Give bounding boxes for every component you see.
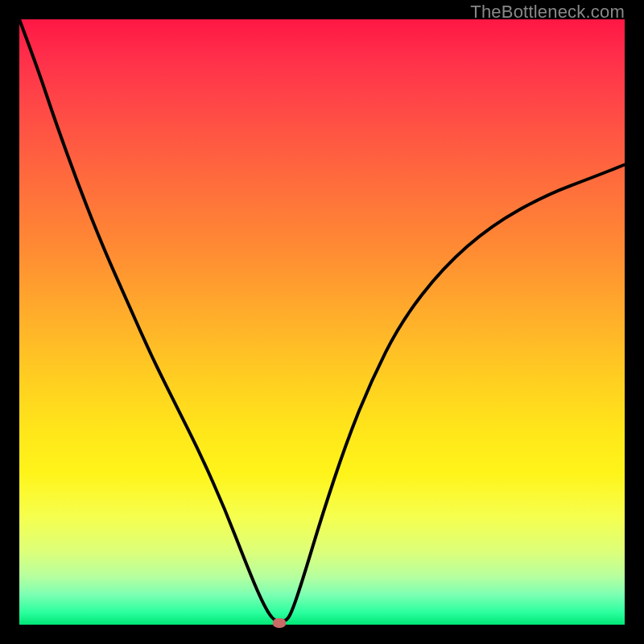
plot-area [19,19,625,625]
bottleneck-curve [19,19,625,625]
watermark-text: TheBottleneck.com [470,2,625,23]
optimum-marker [273,618,286,628]
chart-frame: TheBottleneck.com [0,0,644,644]
curve-path [19,19,625,621]
